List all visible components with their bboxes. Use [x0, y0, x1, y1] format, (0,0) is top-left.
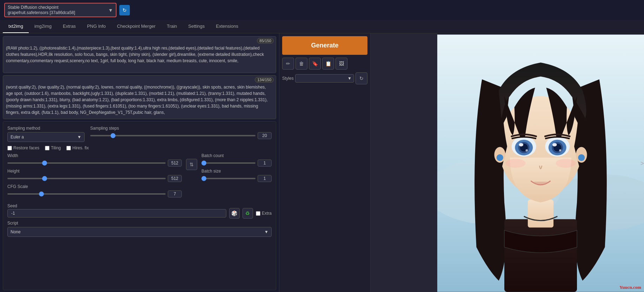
positive-prompt-counter: 85/150	[257, 38, 274, 44]
checkpoint-dropdown-icon[interactable]: ▼	[108, 7, 113, 13]
generate-button[interactable]: Generate	[282, 36, 367, 55]
image-watermark: Yuucn.com	[619, 285, 641, 290]
svg-point-21	[578, 154, 585, 161]
right-panel: Generate ✏ 🗑 🔖 📋 🖼 Styles ▼ ↻	[279, 33, 370, 292]
batch-count-slider[interactable]	[201, 162, 255, 164]
settings-panel: Sampling method Euler a ▼ Sampling steps…	[3, 121, 276, 290]
width-label: Width	[7, 153, 182, 158]
image-next-arrow[interactable]: >	[640, 160, 644, 167]
width-item: Width 512	[7, 153, 182, 167]
tab-checkpoint-merger[interactable]: Checkpoint Merger	[111, 20, 161, 33]
svg-rect-4	[528, 200, 553, 228]
svg-point-11	[526, 149, 528, 151]
cfg-slider[interactable]	[7, 193, 166, 195]
restore-faces-input[interactable]	[7, 146, 12, 150]
checkpoint-value: grapefruit.safetensors [37a86dca58]	[8, 10, 75, 15]
tab-txt2img[interactable]: txt2img	[3, 20, 29, 33]
styles-refresh-button[interactable]: ↻	[356, 72, 367, 84]
image-button[interactable]: 🖼	[336, 58, 347, 70]
seed-recycle-button[interactable]: ♻	[243, 208, 253, 219]
restore-faces-label: Restore faces	[13, 145, 39, 150]
script-value: None	[11, 229, 21, 234]
seed-group: Seed	[7, 203, 226, 218]
width-slider-group: 512	[7, 160, 182, 167]
batch-count-item: Batch count 1	[201, 153, 272, 167]
sampling-steps-label: Sampling steps	[90, 126, 272, 131]
tab-png-info[interactable]: PNG Info	[81, 20, 111, 33]
sampling-steps-slider-group: 20	[90, 132, 272, 139]
seed-extra-input[interactable]	[256, 211, 260, 216]
checkpoint-label: Stable Diffusion checkpoint	[8, 5, 106, 10]
batch-size-item: Batch size 1	[201, 169, 272, 182]
bookmark-button[interactable]: 🔖	[309, 58, 321, 70]
negative-prompt-input[interactable]: (worst quality:2), (low quality:2), (nor…	[3, 76, 276, 118]
tab-img2img[interactable]: img2img	[29, 20, 57, 33]
tab-settings[interactable]: Settings	[182, 20, 210, 33]
svg-point-20	[497, 154, 503, 161]
sampling-row: Sampling method Euler a ▼ Sampling steps…	[7, 126, 272, 142]
styles-dropdown-arrow: ▼	[347, 76, 352, 81]
tab-extensions[interactable]: Extensions	[210, 20, 244, 33]
image-left-placeholder	[371, 33, 437, 292]
seed-dice-button[interactable]: 🎲	[229, 208, 240, 219]
batch-group: Batch count 1 Batch size 1	[201, 153, 272, 184]
tiling-checkbox[interactable]: Tiling	[45, 145, 61, 150]
sampling-method-dropdown[interactable]: Euler a ▼	[7, 132, 85, 142]
script-dropdown[interactable]: None ▼	[7, 227, 272, 237]
batch-count-label: Batch count	[201, 153, 272, 158]
styles-dropdown[interactable]: ▼	[295, 74, 354, 83]
restore-faces-checkbox[interactable]: Restore faces	[7, 145, 39, 150]
toolbar-row: ✏ 🗑 🔖 📋 🖼	[282, 58, 367, 70]
svg-point-10	[519, 143, 523, 147]
seed-input[interactable]	[7, 209, 226, 218]
cfg-label: CFG Scale	[7, 184, 182, 189]
sampling-method-group: Sampling method Euler a ▼	[7, 126, 85, 142]
width-slider[interactable]	[7, 162, 166, 164]
negative-prompt-wrapper: 134/150 (worst quality:2), (low quality:…	[3, 75, 276, 119]
checkpoint-refresh-button[interactable]: ↻	[119, 5, 130, 15]
image-panel: Yuucn.com >	[370, 33, 644, 292]
height-value: 512	[168, 175, 182, 182]
height-slider[interactable]	[7, 178, 166, 179]
cfg-value: 7	[168, 190, 182, 197]
sampling-steps-slider[interactable]	[90, 135, 255, 136]
tabs-bar: txt2img img2img Extras PNG Info Checkpoi…	[0, 20, 644, 33]
copy-button[interactable]: 📋	[322, 58, 334, 70]
checkpoint-select[interactable]: Stable Diffusion checkpoint grapefruit.s…	[4, 3, 117, 17]
width-value: 512	[168, 160, 182, 167]
positive-prompt-input[interactable]: (RAW photo:1.2), ((photorealistic:1.4),(…	[3, 37, 276, 72]
checkpoint-bar: Stable Diffusion checkpoint grapefruit.s…	[0, 0, 644, 20]
positive-prompt-wrapper: 85/150 (RAW photo:1.2), ((photorealistic…	[3, 36, 276, 73]
swap-dimensions-button[interactable]: ⇅	[186, 159, 197, 170]
hires-fix-checkbox[interactable]: Hires. fix	[66, 145, 89, 150]
seed-label: Seed	[7, 203, 225, 208]
tab-extras[interactable]: Extras	[57, 20, 81, 33]
batch-size-label: Batch size	[201, 169, 272, 174]
tab-train[interactable]: Train	[161, 20, 182, 33]
dimensions-row: Width 512 Height 512 C	[7, 153, 272, 200]
svg-point-22	[505, 159, 525, 168]
height-slider-group: 512	[7, 175, 182, 182]
cfg-item: CFG Scale 7	[7, 184, 182, 197]
sampling-method-value: Euler a	[11, 135, 24, 139]
checkpoint-text: Stable Diffusion checkpoint grapefruit.s…	[8, 5, 106, 15]
sampling-steps-group: Sampling steps 20	[90, 126, 272, 139]
batch-count-slider-group: 1	[201, 160, 272, 167]
pencil-button[interactable]: ✏	[282, 58, 294, 70]
batch-size-slider-group: 1	[201, 175, 272, 182]
cfg-slider-group: 7	[7, 190, 182, 197]
seed-extra-checkbox[interactable]: Extra	[256, 211, 272, 216]
styles-label: Styles	[282, 76, 294, 81]
batch-size-slider[interactable]	[201, 178, 255, 179]
trash-button[interactable]: 🗑	[296, 58, 307, 70]
sampling-steps-value: 20	[258, 132, 272, 139]
batch-size-value: 1	[258, 175, 272, 182]
styles-row: Styles ▼ ↻	[282, 72, 367, 84]
height-label: Height	[7, 169, 182, 174]
main-layout: 85/150 (RAW photo:1.2), ((photorealistic…	[0, 33, 644, 292]
hires-fix-input[interactable]	[66, 146, 71, 150]
tiling-input[interactable]	[45, 146, 49, 150]
svg-rect-3	[504, 219, 577, 292]
sampling-method-arrow: ▼	[77, 135, 81, 139]
checkboxes-row: Restore faces Tiling Hires. fix	[7, 145, 272, 150]
